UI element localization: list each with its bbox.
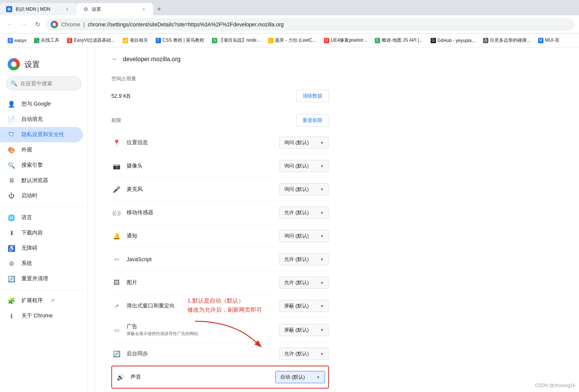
permission-background-sync-select[interactable]: 允许 (默认) ▼ [279,348,329,360]
bookmark-polygon[interactable]: A 任意多边形的碰撞... [480,36,533,45]
download-icon: ⬇ [8,229,15,237]
default-browser-icon: 🖥 [8,177,15,184]
reset-permissions-button[interactable]: 重置权限 [296,114,329,127]
microphone-select-arrow: ▼ [320,187,324,192]
bookmark-mui-label: MUI-首 [545,37,559,44]
sidebar-item-language[interactable]: 🌐 语言 [0,210,83,225]
tab-mdn-close[interactable]: × [64,6,70,12]
bookmark-css[interactable]: C CSS 教程 | 菜鸟教程 [153,36,208,45]
bookmark-leetcode[interactable]: L 题库 - 力扣 (LeetC... [265,36,319,45]
permission-location-select[interactable]: 询问 (默认) ▼ [279,137,329,149]
main-content: 设置 🔍 👤 您与 Google 📄 自动填充 🛡 隐私设置和安全性 [0,47,579,392]
sidebar-item-download[interactable]: ⬇ 下载内容 [0,225,83,241]
sidebar-item-autofill-label: 自动填充 [21,116,43,123]
permission-popups-select[interactable]: 屏蔽 (默认) ▼ [279,300,329,312]
bookmark-map-icon: G [375,38,380,43]
permission-sound-select[interactable]: 自动 (默认) ▼ [275,371,325,383]
tab-bar: M 初识 MDN | MDN × ⚙ 设置 × + [0,0,579,15]
permission-ads-name: 广告 [127,323,279,330]
sidebar-item-extensions-label: 扩展程序 [21,297,43,304]
bookmark-easyvi[interactable]: E EasyVi过滤器基础... [64,36,118,45]
permission-notifications-select[interactable]: 询问 (默认) ▼ [279,230,329,242]
tab-settings[interactable]: ⚙ 设置 × [76,3,153,15]
sidebar-item-reset[interactable]: 🔄 重置并清理 [0,271,83,286]
settings-search-bar: 🔍 [6,76,81,90]
sidebar-item-privacy[interactable]: 🛡 隐私设置和安全性 [0,127,83,142]
bookmark-mui[interactable]: M MUI-首 [535,36,563,45]
permission-images-select[interactable]: 允许 (默认) ▼ [279,277,329,289]
sidebar-item-system[interactable]: ⚙ 系统 [0,256,83,271]
permission-motion-value: 允许 (默认) [284,209,309,216]
permission-javascript-select[interactable]: 允许 (默认) ▼ [279,253,329,265]
bookmark-map-label: 概述-地图 JS API |... [382,37,423,44]
sidebar-item-download-label: 下载内容 [21,229,43,236]
sidebar-item-autofill[interactable]: 📄 自动填充 [0,112,83,127]
javascript-icon: <> [111,257,122,262]
tab-mdn[interactable]: M 初识 MDN | MDN × [0,3,76,15]
permission-background-sync: 🔄 后台同步 允许 (默认) ▼ [111,342,329,366]
notifications-select-arrow: ▼ [320,234,324,238]
bookmark-ue4[interactable]: U UE4像素pixelstr... [321,36,370,45]
sidebar-item-appearance[interactable]: 🎨 外观 [0,142,83,158]
sidebar-item-search-label: 搜索引擎 [21,162,43,169]
microphone-icon: 🎤 [111,186,122,193]
tab-settings-close[interactable]: × [141,6,147,12]
javascript-select-arrow: ▼ [320,257,324,262]
bookmark-tools-icon: 🔧 [34,38,39,43]
bookmark-tools[interactable]: 🔧 在线工具 [31,36,62,45]
clear-data-button[interactable]: 清除数据 [296,90,329,102]
permission-location-name: 位置信息 [127,139,279,146]
new-tab-button[interactable]: + [153,3,165,15]
permission-notifications-name: 通知 [127,233,279,239]
sidebar-item-extensions[interactable]: 🧩 扩展程序 ↗ [0,293,83,308]
motion-select-arrow: ▼ [320,211,324,215]
sidebar-divider [0,207,88,207]
sidebar-item-startup[interactable]: ⏻ 启动时 [0,188,83,203]
permission-camera-select[interactable]: 询问 (默认) ▼ [279,160,329,172]
sidebar-item-about[interactable]: ℹ 关于 Chrome [0,308,83,324]
chrome-logo [50,21,58,28]
about-icon: ℹ [8,312,15,320]
settings-nav: 👤 您与 Google 📄 自动填充 🛡 隐私设置和安全性 🎨 外观 🔍 [0,96,88,324]
storage-section-label: 空间占用量 [111,75,329,82]
bookmark-project[interactable]: 📁 项目相关 [120,36,151,45]
background-sync-select-arrow: ▼ [320,352,324,356]
camera-icon: 📷 [111,163,122,170]
bookmark-easyv[interactable]: e easyv [5,36,29,45]
bookmark-polygon-icon: A [483,38,488,43]
permission-ads-select[interactable]: 屏蔽 (默认) ▼ [279,324,329,336]
reload-button[interactable]: ↻ [32,19,43,30]
permission-motion-select[interactable]: 允许 (默认) ▼ [279,207,329,219]
ads-select-arrow: ▼ [320,328,324,332]
permission-sound-value: 自动 (默认) [280,374,305,381]
url-bar[interactable]: Chrome | chrome://settings/content/siteD… [46,18,574,31]
bookmark-github[interactable]: G GitHub - yeyupia... [428,36,478,45]
sidebar-item-browser[interactable]: 🖥 默认浏览器 [0,173,83,188]
sidebar-item-browser-label: 默认浏览器 [21,177,48,184]
sidebar-item-startup-label: 启动时 [21,192,37,199]
tab-settings-favicon: ⚙ [83,6,89,12]
bookmark-node-icon: N [212,38,217,43]
forward-button[interactable]: → [18,19,29,30]
permission-microphone-select[interactable]: 询问 (默认) ▼ [279,183,329,195]
system-icon: ⚙ [8,260,15,267]
permission-ads: ▭ 广告 屏蔽会展示侵扰性或误导性广告的网站 屏蔽 (默认) ▼ [111,318,329,342]
bookmark-polygon-label: 任意多边形的碰撞... [490,37,530,44]
bookmark-ue4-label: UE4像素pixelstr... [331,37,367,44]
sidebar-item-search[interactable]: 🔍 搜索引擎 [0,158,83,173]
back-button[interactable]: ← [5,19,15,30]
bookmark-map[interactable]: G 概述-地图 JS API |... [372,36,426,45]
permission-motion-name: 移动传感器 [127,209,279,216]
ads-icon: ▭ [111,327,122,333]
sidebar-item-google[interactable]: 👤 您与 Google [0,96,83,112]
storage-size: 52.9 KB [111,93,130,99]
back-button-detail[interactable]: ← [111,55,118,63]
settings-search-input[interactable] [6,76,81,90]
permission-sound: 🔊 声音 自动 (默认) ▼ [111,366,329,389]
sidebar-item-accessibility[interactable]: ♿ 无障碍 [0,241,83,256]
permission-microphone-name: 麦克风 [127,186,279,193]
bookmark-easyvi-label: EasyVi过滤器基础... [74,37,115,44]
permission-images-name: 图片 [127,279,279,286]
permissions-section-label: 权限 [111,117,121,124]
bookmark-node[interactable]: N 【项目实战】node... [209,36,263,45]
